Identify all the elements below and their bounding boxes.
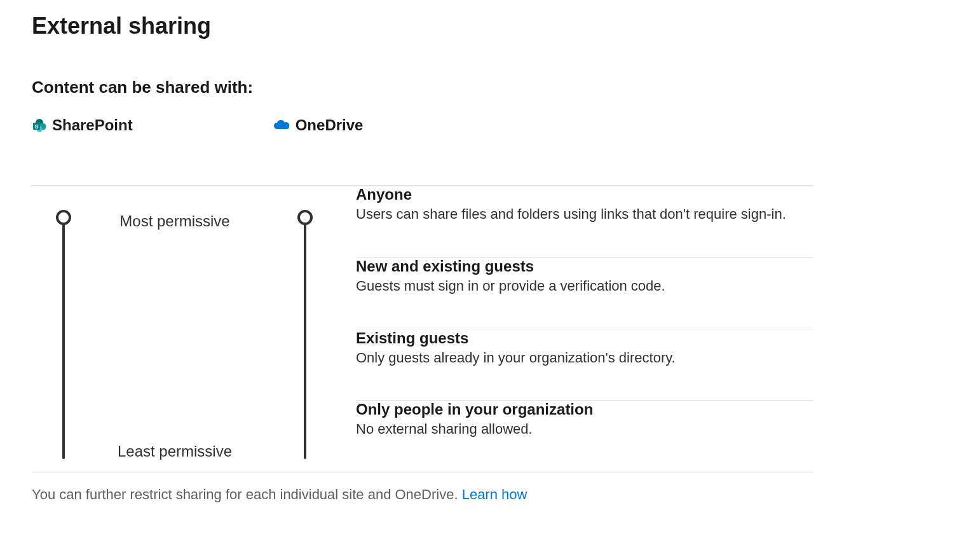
sharepoint-icon: S (32, 118, 47, 133)
services-row: S SharePoint OneDrive (32, 116, 948, 134)
service-onedrive: OneDrive (273, 116, 364, 134)
onedrive-label: OneDrive (296, 116, 364, 134)
onedrive-slider-handle[interactable] (297, 210, 313, 225)
svg-text:S: S (34, 123, 38, 130)
sharing-settings-table: Most permissive Least permissive Anyone … (32, 185, 813, 472)
least-permissive-label: Least permissive (95, 443, 254, 460)
option-desc: Users can share files and folders using … (356, 206, 813, 223)
option-title: New and existing guests (356, 258, 813, 275)
learn-how-link[interactable]: Learn how (462, 486, 527, 502)
page-title: External sharing (32, 13, 948, 39)
footer-description: You can further restrict sharing for eac… (32, 486, 462, 502)
service-sharepoint: S SharePoint (32, 116, 133, 134)
most-permissive-label: Most permissive (95, 212, 254, 230)
option-desc: Guests must sign in or provide a verific… (356, 278, 813, 294)
option-title: Only people in your organization (356, 401, 813, 418)
onedrive-icon (273, 119, 290, 132)
sharepoint-slider-handle[interactable] (56, 210, 71, 225)
option-title: Anyone (356, 186, 813, 203)
option-desc: Only guests already in your organization… (356, 350, 813, 366)
option-desc: No external sharing allowed. (356, 421, 813, 437)
option-title: Existing guests (356, 329, 813, 347)
sharepoint-label: SharePoint (52, 116, 133, 134)
option-row-anyone: Most permissive Least permissive Anyone … (32, 186, 813, 258)
footer-text: You can further restrict sharing for eac… (32, 486, 948, 503)
subtitle: Content can be shared with: (32, 78, 948, 97)
